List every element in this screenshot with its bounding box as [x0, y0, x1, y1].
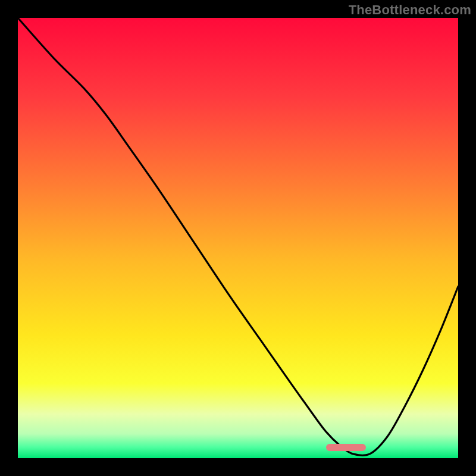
optimal-range-marker — [326, 444, 366, 451]
chart-stage: TheBottleneck.com — [0, 0, 476, 476]
plot-area — [18, 18, 458, 458]
bottleneck-curve — [18, 18, 458, 458]
attribution-watermark: TheBottleneck.com — [349, 2, 471, 18]
